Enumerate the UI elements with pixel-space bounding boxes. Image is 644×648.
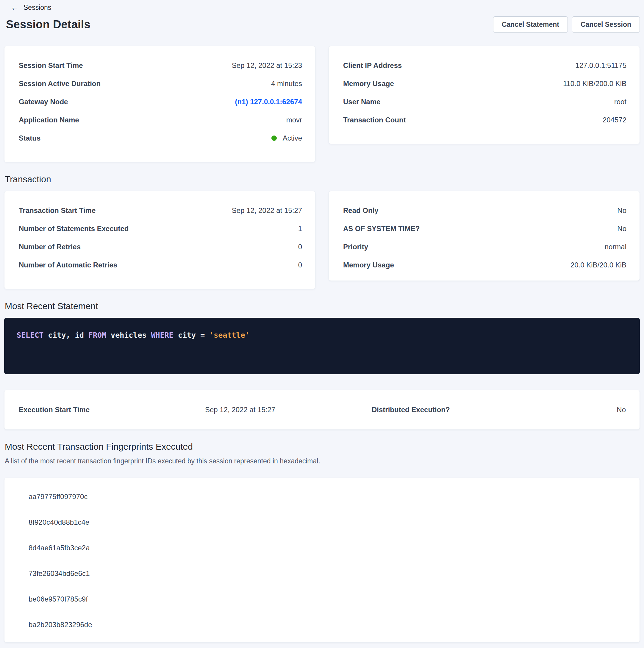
execution-start-time-value: Sep 12, 2022 at 15:27	[205, 406, 372, 414]
transaction-memory-usage-value: 20.0 KiB/20.0 KiB	[571, 261, 627, 269]
execution-start-time-label: Execution Start Time	[19, 406, 205, 414]
as-of-system-time-value: No	[617, 224, 627, 233]
fingerprint-item: ba2b203b823296de	[4, 612, 640, 638]
automatic-retries-row: Number of Automatic Retries 0	[19, 256, 302, 274]
sql-token-keyword: SELECT	[17, 331, 44, 339]
automatic-retries-label: Number of Automatic Retries	[19, 261, 117, 269]
automatic-retries-value: 0	[298, 261, 302, 269]
transaction-memory-usage-row: Memory Usage 20.0 KiB/20.0 KiB	[343, 256, 627, 274]
client-ip-row: Client IP Address 127.0.0.1:51175	[343, 56, 627, 74]
transaction-start-time-row: Transaction Start Time Sep 12, 2022 at 1…	[19, 201, 302, 219]
breadcrumb-label: Sessions	[23, 4, 51, 12]
session-details-page: ← Sessions Session Details Cancel Statem…	[0, 0, 644, 643]
fingerprint-item: 8f920c40d88b1c4e	[4, 509, 640, 535]
read-only-label: Read Only	[343, 206, 378, 215]
fingerprint-value: ba2b203b823296de	[28, 620, 92, 629]
fingerprints-card: aa79775ff097970c 8f920c40d88b1c4e 8d4ae6…	[4, 478, 640, 643]
back-arrow-icon: ←	[11, 4, 19, 12]
application-name-row: Application Name movr	[19, 111, 302, 129]
session-start-time-row: Session Start Time Sep 12, 2022 at 15:23	[19, 56, 302, 74]
cancel-statement-button[interactable]: Cancel Statement	[493, 16, 568, 33]
gateway-node-link[interactable]: (n1) 127.0.0.1:62674	[235, 98, 302, 106]
client-ip-value: 127.0.0.1:51175	[575, 61, 627, 70]
sql-statement-code: SELECT city, id FROM vehicles WHERE city…	[17, 331, 250, 339]
sql-token-keyword: WHERE	[151, 331, 174, 339]
transaction-props-card: Read Only No AS OF SYSTEM TIME? No Prior…	[329, 191, 640, 281]
session-memory-usage-value: 110.0 KiB/200.0 KiB	[563, 79, 627, 88]
transaction-count-label: Transaction Count	[343, 116, 406, 124]
transaction-count-row: Transaction Count 204572	[343, 111, 627, 129]
fingerprint-value: 73fe26034bd6e6c1	[28, 570, 90, 578]
application-name-label: Application Name	[19, 116, 79, 124]
status-label: Status	[19, 134, 41, 142]
fingerprint-value: 8f920c40d88b1c4e	[28, 518, 89, 527]
fingerprint-item: 8d4ae61a5fb3ce2a	[4, 535, 640, 561]
session-summary-grid: Session Start Time Sep 12, 2022 at 15:23…	[4, 46, 640, 162]
status-value: Active	[272, 134, 302, 142]
cancel-session-button[interactable]: Cancel Session	[572, 16, 640, 33]
fingerprint-item: aa79775ff097970c	[4, 484, 640, 509]
status-text: Active	[283, 134, 302, 142]
gateway-node-label: Gateway Node	[19, 98, 68, 106]
sql-token-plain: city, id	[44, 331, 89, 339]
gateway-node-row: Gateway Node (n1) 127.0.0.1:62674	[19, 93, 302, 111]
fingerprint-value: 8d4ae61a5fb3ce2a	[28, 544, 90, 552]
user-name-label: User Name	[343, 98, 380, 106]
fingerprint-value: be06e9570f785c9f	[28, 595, 88, 603]
transaction-info-card: Transaction Start Time Sep 12, 2022 at 1…	[4, 191, 315, 289]
transaction-grid: Transaction Start Time Sep 12, 2022 at 1…	[4, 191, 640, 289]
page-header: Session Details Cancel Statement Cancel …	[6, 16, 640, 33]
fingerprints-description: A list of the most recent transaction fi…	[5, 457, 640, 465]
read-only-value: No	[617, 206, 627, 215]
transaction-start-time-label: Transaction Start Time	[19, 206, 96, 215]
as-of-system-time-row: AS OF SYSTEM TIME? No	[343, 219, 627, 238]
sql-token-keyword: FROM	[89, 331, 106, 339]
retries-row: Number of Retries 0	[19, 238, 302, 256]
transaction-memory-usage-label: Memory Usage	[343, 261, 394, 269]
retries-label: Number of Retries	[19, 243, 81, 251]
fingerprint-item: 73fe26034bd6e6c1	[4, 561, 640, 586]
transaction-start-time-value: Sep 12, 2022 at 15:27	[232, 206, 302, 215]
priority-label: Priority	[343, 243, 368, 251]
fingerprint-item: be06e9570f785c9f	[4, 586, 640, 612]
statements-executed-row: Number of Statements Executed 1	[19, 219, 302, 238]
retries-value: 0	[298, 243, 302, 251]
session-memory-usage-row: Memory Usage 110.0 KiB/200.0 KiB	[343, 74, 627, 93]
client-info-card: Client IP Address 127.0.0.1:51175 Memory…	[329, 46, 640, 144]
session-start-time-value: Sep 12, 2022 at 15:23	[232, 61, 302, 70]
client-ip-label: Client IP Address	[343, 61, 402, 70]
page-title: Session Details	[6, 18, 91, 31]
fingerprint-value: aa79775ff097970c	[28, 493, 87, 501]
session-memory-usage-label: Memory Usage	[343, 79, 394, 88]
execution-info-card: Execution Start Time Sep 12, 2022 at 15:…	[4, 390, 640, 430]
statement-section-title: Most Recent Statement	[5, 301, 640, 311]
session-active-duration-label: Session Active Duration	[19, 79, 101, 88]
statements-executed-label: Number of Statements Executed	[19, 224, 128, 233]
transaction-count-value: 204572	[603, 116, 627, 124]
priority-row: Priority normal	[343, 238, 627, 256]
session-active-duration-row: Session Active Duration 4 minutes	[19, 74, 302, 93]
status-row: Status Active	[19, 129, 302, 147]
session-start-time-label: Session Start Time	[19, 61, 83, 70]
user-name-row: User Name root	[343, 93, 627, 111]
sql-token-plain: city =	[174, 331, 209, 339]
read-only-row: Read Only No	[343, 201, 627, 219]
user-name-value: root	[614, 98, 627, 106]
sql-statement-block: SELECT city, id FROM vehicles WHERE city…	[4, 318, 640, 374]
breadcrumb[interactable]: ← Sessions	[11, 4, 51, 12]
header-actions: Cancel Statement Cancel Session	[493, 16, 640, 33]
distributed-execution-value: No	[617, 406, 626, 414]
transaction-section-title: Transaction	[5, 174, 640, 184]
sql-token-string: 'seattle'	[209, 331, 249, 339]
as-of-system-time-label: AS OF SYSTEM TIME?	[343, 224, 420, 233]
statements-executed-value: 1	[298, 224, 302, 233]
session-info-card: Session Start Time Sep 12, 2022 at 15:23…	[4, 46, 315, 162]
application-name-value: movr	[286, 116, 302, 124]
status-active-dot-icon	[272, 136, 277, 141]
priority-value: normal	[605, 243, 627, 251]
sql-token-plain: vehicles	[106, 331, 151, 339]
session-active-duration-value: 4 minutes	[271, 79, 302, 88]
fingerprints-section-title: Most Recent Transaction Fingerprints Exe…	[5, 442, 640, 452]
distributed-execution-label: Distributed Execution?	[372, 406, 617, 414]
